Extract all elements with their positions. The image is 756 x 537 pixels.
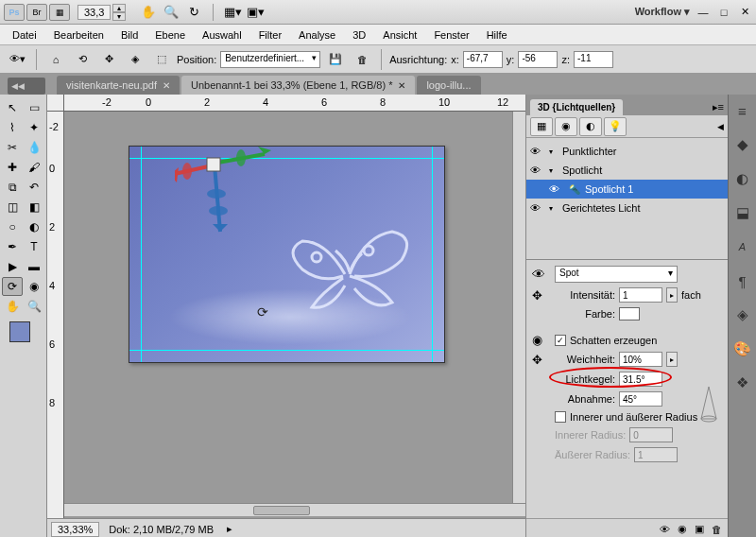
dock-paragraph-icon[interactable]: ¶ [732, 270, 753, 291]
menu-filter[interactable]: Filter [250, 26, 290, 43]
ruler-vertical[interactable]: -202468 [47, 112, 64, 537]
canvas[interactable]: ⟳ [64, 112, 512, 501]
close-icon[interactable]: ✕ [163, 80, 170, 91]
blur-tool[interactable]: ○ [2, 217, 23, 236]
ruler-origin[interactable] [47, 95, 64, 112]
visibility-icon[interactable]: 👁 [530, 202, 545, 214]
position-dropdown[interactable]: Benutzerdefiniert... [220, 51, 320, 68]
inner-outer-checkbox[interactable] [555, 411, 566, 423]
visibility-icon[interactable]: 👁 [530, 165, 545, 176]
status-menu-icon[interactable]: ▸ [227, 523, 232, 535]
hand-tool[interactable]: ✋ [2, 297, 23, 316]
menu-ebene[interactable]: Ebene [146, 26, 194, 43]
menu-3d[interactable]: 3D [344, 26, 374, 43]
zoom-down-button[interactable]: ▾ [112, 12, 126, 21]
screen-mode-icon[interactable]: ▣▾ [246, 4, 265, 21]
menu-bild[interactable]: Bild [112, 26, 146, 43]
menu-ansicht[interactable]: Ansicht [374, 26, 425, 43]
3d-rotate-tool[interactable]: ⟳ [2, 277, 23, 296]
dock-color-icon[interactable]: ◆ [732, 134, 753, 155]
guide-vertical[interactable] [432, 147, 433, 362]
guide-vertical[interactable] [141, 147, 142, 362]
pan-3d-icon[interactable]: ✥ [97, 49, 120, 70]
delete-light-icon[interactable]: 🗑 [712, 524, 722, 535]
shape-tool[interactable]: ▬ [24, 257, 44, 276]
dock-adjustments-icon[interactable]: ⬓ [732, 202, 753, 223]
lasso-tool[interactable]: ⌇ [2, 118, 23, 137]
filter-light-icon[interactable]: 💡 [604, 117, 627, 136]
save-view-icon[interactable]: 💾 [324, 49, 347, 70]
photoshop-icon[interactable]: Ps [4, 4, 25, 21]
rotate-3d-icon[interactable]: ⟲ [71, 49, 94, 70]
intensity-input[interactable]: 1 [619, 287, 662, 303]
mini-bridge-icon[interactable]: ▦ [49, 4, 70, 21]
marquee-tool[interactable]: ▭ [24, 98, 44, 117]
bridge-icon[interactable]: Br [26, 4, 47, 21]
menu-bearbeiten[interactable]: Bearbeiten [45, 26, 112, 43]
tree-item-spotlicht[interactable]: 👁▾Spotlicht [526, 161, 728, 180]
move-tool[interactable]: ↖ [2, 98, 23, 117]
zoom-up-button[interactable]: ▴ [112, 4, 126, 12]
scrollbar-vertical[interactable] [512, 112, 525, 503]
panel-menu-icon[interactable]: ▸≡ [709, 99, 728, 115]
zoom-tool[interactable]: 🔍 [24, 297, 44, 316]
history-brush-tool[interactable]: ↶ [24, 178, 44, 197]
shadow-checkbox[interactable]: ✓ [555, 335, 566, 346]
menu-datei[interactable]: Datei [4, 26, 45, 43]
gradient-tool[interactable]: ◧ [24, 198, 44, 217]
softness-stepper[interactable]: ▸ [666, 352, 678, 367]
crop-tool[interactable]: ✂ [2, 138, 23, 157]
minimize-button[interactable]: — [696, 6, 711, 19]
eraser-tool[interactable]: ◫ [2, 198, 23, 217]
maximize-button[interactable]: □ [716, 6, 731, 19]
guide-horizontal[interactable] [129, 350, 444, 351]
softness-input[interactable]: 10% [619, 352, 662, 367]
type-tool[interactable]: T [24, 237, 44, 256]
home-icon[interactable]: ⌂ [44, 49, 67, 70]
filter-material-icon[interactable]: ◐ [579, 117, 602, 136]
tree-item-gerichtetes-licht[interactable]: 👁▾Gerichtetes Licht [526, 199, 728, 217]
dock-layers-icon[interactable]: ◈ [732, 304, 753, 325]
x-input[interactable]: -67,7 [463, 51, 503, 68]
z-input[interactable]: -11 [574, 51, 613, 68]
tab-logo[interactable]: logo-illu... [417, 76, 480, 95]
intensity-stepper[interactable]: ▸ [666, 287, 678, 303]
dock-paths-icon[interactable]: ❖ [732, 372, 753, 393]
arrange-docs-icon[interactable]: ▦▾ [223, 4, 242, 21]
dodge-tool[interactable]: ◐ [24, 217, 44, 236]
brush-tool[interactable]: 🖌 [24, 158, 44, 177]
document-canvas[interactable]: ⟳ [129, 146, 445, 363]
dock-swatches-icon[interactable]: ◐ [732, 168, 753, 189]
heal-tool[interactable]: ✚ [2, 158, 23, 177]
panel-tab-3d-lights[interactable]: 3D {Lichtquellen} [530, 99, 623, 115]
menu-hilfe[interactable]: Hilfe [478, 26, 516, 43]
delete-view-icon[interactable]: 🗑 [351, 49, 373, 70]
visibility-icon[interactable]: 👁 [530, 146, 545, 157]
eyedropper-tool[interactable]: 💧 [24, 138, 44, 157]
current-tool-icon[interactable]: 👁▾ [6, 49, 28, 70]
cone-input[interactable]: 31.5° [619, 372, 662, 387]
y-input[interactable]: -56 [518, 51, 558, 68]
zoom-value[interactable]: 33,3 [77, 5, 111, 20]
light-guides-icon[interactable]: ◉ [678, 523, 687, 535]
dock-history-icon[interactable]: ≡ [732, 100, 753, 121]
rotate-view-icon[interactable]: ↻ [184, 4, 203, 21]
scale-3d-icon[interactable]: ⬚ [150, 49, 173, 70]
3d-camera-tool[interactable]: ◉ [24, 277, 44, 296]
menu-analyse[interactable]: Analyse [290, 26, 344, 43]
workspace-switcher[interactable]: Workflow ▾ [635, 6, 690, 18]
status-zoom[interactable]: 33,33% [51, 522, 99, 537]
filter-mesh-icon[interactable]: ◉ [555, 117, 577, 136]
panel-collapse-icon[interactable]: ◀ [717, 122, 724, 131]
tab-scroll-left[interactable]: ◀◀ [8, 78, 45, 95]
dock-character-icon[interactable]: A [732, 236, 753, 257]
close-button[interactable]: ✕ [737, 6, 752, 19]
menu-fenster[interactable]: Fenster [425, 26, 477, 43]
path-select-tool[interactable]: ▶ [2, 257, 23, 276]
toggle-lights-icon[interactable]: 👁 [660, 524, 670, 535]
guide-horizontal[interactable] [129, 158, 444, 159]
tab-unbenannt[interactable]: Unbenannt-1 bei 33,3% (Ebene 1, RGB/8) *… [181, 76, 415, 95]
visibility-icon[interactable]: 👁 [549, 183, 564, 195]
close-icon[interactable]: ✕ [398, 80, 405, 91]
stamp-tool[interactable]: ⧉ [2, 178, 23, 197]
